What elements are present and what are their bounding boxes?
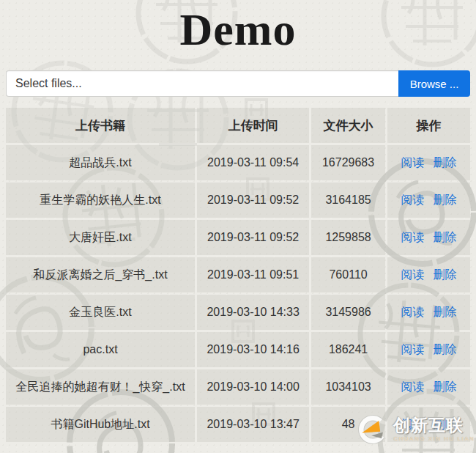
table-header-row: 上传书籍 上传时间 文件大小 操作 [6, 108, 470, 143]
read-link[interactable]: 阅读 [401, 343, 424, 356]
header-file-size: 文件大小 [311, 108, 385, 143]
row-actions: 阅读删除 [387, 145, 470, 180]
read-link[interactable]: 阅读 [401, 231, 424, 243]
file-name: 金玉良医.txt [6, 295, 195, 330]
file-input-placeholder: Select files... [15, 77, 82, 90]
file-size: 1034103 [311, 369, 385, 405]
row-actions: 阅读删除 [387, 183, 470, 218]
table-row: 重生学霸的妖艳人生.txt 2019-03-11 09:52 3164185 阅… [6, 183, 470, 218]
files-table-container: 上传书籍 上传时间 文件大小 操作 超品战兵.txt 2019-03-11 09… [4, 106, 472, 444]
upload-time: 2019-03-11 09:51 [197, 257, 309, 292]
row-actions: 阅读删除 [387, 369, 470, 405]
read-link[interactable]: 阅读 [401, 156, 424, 169]
upload-time: 2019-03-11 09:52 [197, 220, 309, 255]
browse-button[interactable]: Browse ... [398, 70, 470, 97]
file-size: 1259858 [311, 220, 385, 255]
file-name: pac.txt [6, 332, 195, 367]
file-name: 和反派离婚之后_穿书_.txt [6, 257, 195, 292]
read-link[interactable]: 阅读 [401, 418, 424, 430]
table-row: 大唐奸臣.txt 2019-03-11 09:52 1259858 阅读删除 [6, 220, 470, 255]
table-row: 全民追捧的她超有财！_快穿_.txt 2019-03-10 14:00 1034… [6, 369, 470, 405]
delete-link[interactable]: 删除 [433, 418, 456, 430]
table-row: 书籍GitHub地址.txt 2019-03-10 13:47 48 阅读删除 [6, 407, 470, 442]
row-actions: 阅读删除 [387, 257, 470, 292]
table-row: pac.txt 2019-03-10 14:16 186241 阅读删除 [6, 332, 470, 367]
row-actions: 阅读删除 [387, 295, 470, 330]
file-name: 全民追捧的她超有财！_快穿_.txt [6, 369, 195, 405]
file-upload-group: Select files... Browse ... [6, 70, 470, 97]
upload-time: 2019-03-10 14:33 [197, 295, 309, 330]
file-select-input[interactable]: Select files... [6, 70, 398, 97]
row-actions: 阅读删除 [387, 332, 470, 367]
upload-time: 2019-03-11 09:54 [197, 145, 309, 180]
delete-link[interactable]: 删除 [433, 380, 456, 393]
header-upload-time: 上传时间 [197, 108, 309, 143]
upload-time: 2019-03-11 09:52 [197, 183, 309, 218]
file-size: 48 [311, 407, 385, 442]
file-size: 16729683 [311, 145, 385, 180]
file-size: 3164185 [311, 183, 385, 218]
delete-link[interactable]: 删除 [433, 194, 456, 206]
delete-link[interactable]: 删除 [433, 231, 456, 243]
read-link[interactable]: 阅读 [401, 306, 424, 318]
row-actions: 阅读删除 [387, 407, 470, 442]
file-size: 760110 [311, 257, 385, 292]
read-link[interactable]: 阅读 [401, 268, 424, 281]
header-actions: 操作 [387, 108, 470, 143]
upload-time: 2019-03-10 14:00 [197, 369, 309, 405]
file-name: 大唐奸臣.txt [6, 220, 195, 255]
upload-time: 2019-03-10 14:16 [197, 332, 309, 367]
delete-link[interactable]: 删除 [433, 306, 456, 318]
delete-link[interactable]: 删除 [433, 343, 456, 356]
file-name: 书籍GitHub地址.txt [6, 407, 195, 442]
header-book-name: 上传书籍 [6, 108, 195, 143]
delete-link[interactable]: 删除 [433, 156, 456, 169]
upload-time: 2019-03-10 13:47 [197, 407, 309, 442]
table-row: 超品战兵.txt 2019-03-11 09:54 16729683 阅读删除 [6, 145, 470, 180]
delete-link[interactable]: 删除 [433, 268, 456, 281]
file-name: 重生学霸的妖艳人生.txt [6, 183, 195, 218]
read-link[interactable]: 阅读 [401, 380, 424, 393]
file-size: 3145986 [311, 295, 385, 330]
read-link[interactable]: 阅读 [401, 194, 424, 206]
page-title: Demo [0, 0, 476, 57]
file-name: 超品战兵.txt [6, 145, 195, 180]
table-row: 金玉良医.txt 2019-03-10 14:33 3145986 阅读删除 [6, 295, 470, 330]
row-actions: 阅读删除 [387, 220, 470, 255]
files-table: 上传书籍 上传时间 文件大小 操作 超品战兵.txt 2019-03-11 09… [4, 106, 472, 444]
file-size: 186241 [311, 332, 385, 367]
table-row: 和反派离婚之后_穿书_.txt 2019-03-11 09:51 760110 … [6, 257, 470, 292]
